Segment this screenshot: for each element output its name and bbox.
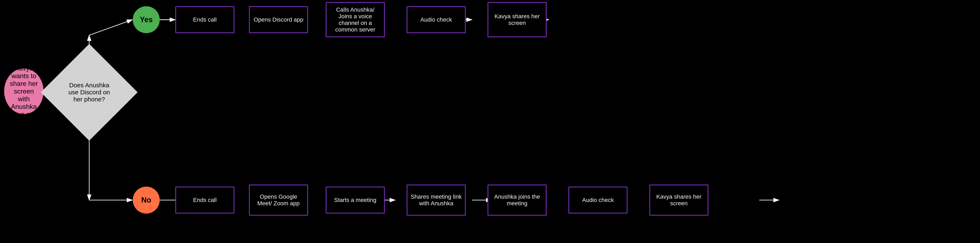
no-step-3-label: Starts a meeting [334, 197, 377, 203]
no-step-5: Anushka joins the meeting [487, 184, 547, 216]
svg-line-3 [89, 20, 132, 35]
no-step-2: Opens Google Meet/ Zoom app [249, 184, 308, 216]
yes-step-2-label: Opens Discord app [254, 16, 304, 23]
no-step-1: Ends call [175, 187, 234, 214]
yes-step-3-label: Calls Anushka/ Joins a voice channel on … [329, 6, 381, 33]
start-node: Kavya wants to share her screen with Anu… [4, 68, 44, 114]
yes-step-3: Calls Anushka/ Joins a voice channel on … [326, 2, 385, 37]
yes-step-1-label: Ends call [193, 16, 217, 23]
yes-step-2: Opens Discord app [249, 6, 308, 33]
no-step-4-label: Shares meeting link with Anushka [410, 194, 462, 207]
flowchart: Kavya wants to share her screen with Anu… [0, 0, 980, 243]
no-step-4: Shares meeting link with Anushka [407, 184, 466, 216]
no-step-6-label: Audio check [582, 197, 614, 203]
no-step-7-label: Kavya shares her screen [653, 194, 705, 207]
start-node-label: Kavya wants to share her screen with Anu… [8, 65, 40, 118]
no-circle: No [133, 187, 160, 214]
no-label: No [141, 196, 151, 205]
yes-step-4-label: Audio check [420, 16, 452, 23]
decision-text: Does Anushka use Discord on her phone? [55, 58, 123, 127]
no-step-1-label: Ends call [193, 197, 217, 203]
yes-step-4: Audio check [407, 6, 466, 33]
no-step-6: Audio check [568, 187, 628, 214]
yes-label: Yes [140, 15, 153, 24]
no-step-3: Starts a meeting [326, 187, 385, 214]
no-step-7: Kavya shares her screen [649, 184, 708, 216]
yes-step-5-label: Kavya shares her screen [492, 13, 543, 26]
yes-circle: Yes [133, 6, 160, 33]
yes-step-5: Kavya shares her screen [487, 2, 547, 37]
no-step-2-label: Opens Google Meet/ Zoom app [253, 194, 304, 207]
yes-step-1: Ends call [175, 6, 234, 33]
decision-label: Does Anushka use Discord on her phone? [67, 82, 111, 103]
no-step-5-label: Anushka joins the meeting [492, 194, 543, 207]
